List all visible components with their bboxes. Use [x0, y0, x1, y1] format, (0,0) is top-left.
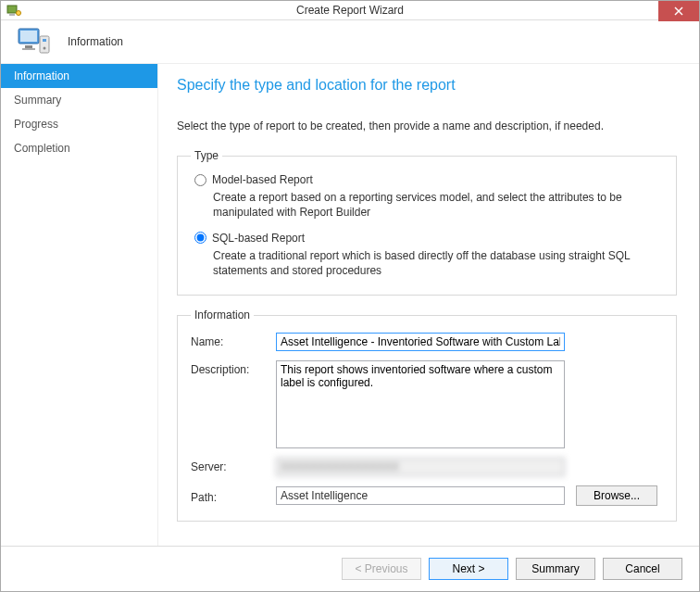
body: Information Summary Progress Completion …: [1, 63, 699, 546]
window-title: Create Report Wizard: [296, 4, 404, 17]
radio-sql-based[interactable]: SQL-based Report: [194, 232, 663, 245]
summary-button[interactable]: Summary: [516, 558, 595, 580]
radio-model-based-input[interactable]: [194, 174, 206, 186]
cancel-button[interactable]: Cancel: [603, 558, 682, 580]
header: Information: [1, 20, 699, 64]
app-icon: [6, 3, 21, 18]
next-button[interactable]: Next >: [429, 558, 508, 580]
sidebar-item-completion[interactable]: Completion: [1, 136, 157, 160]
header-title: Information: [68, 35, 123, 48]
previous-button: < Previous: [342, 558, 421, 580]
radio-sql-based-desc: Create a traditional report which is bas…: [213, 248, 663, 278]
sidebar-item-label: Progress: [14, 118, 58, 131]
svg-rect-1: [9, 14, 15, 16]
radio-sql-based-input[interactable]: [194, 232, 206, 244]
path-input: [276, 486, 565, 505]
close-button[interactable]: [658, 1, 699, 21]
sidebar-item-label: Information: [14, 69, 69, 82]
radio-sql-based-label: SQL-based Report: [212, 232, 305, 245]
server-label: Server:: [191, 458, 276, 473]
description-textarea[interactable]: This report shows inventoried software w…: [276, 360, 565, 448]
description-label: Description:: [191, 360, 276, 376]
content: Specify the type and location for the re…: [158, 64, 699, 546]
svg-rect-7: [25, 45, 32, 48]
svg-rect-9: [40, 36, 49, 53]
footer: < Previous Next > Summary Cancel: [1, 546, 699, 591]
server-input: [276, 458, 565, 476]
page-heading: Specify the type and location for the re…: [177, 77, 677, 94]
sidebar-item-label: Completion: [14, 142, 70, 155]
radio-model-based-label: Model-based Report: [212, 173, 313, 186]
titlebar: Create Report Wizard: [1, 1, 699, 20]
sidebar: Information Summary Progress Completion: [1, 64, 158, 546]
name-input[interactable]: [276, 333, 565, 351]
svg-rect-10: [43, 39, 46, 42]
information-fieldset: Information Name: Description: This repo…: [177, 309, 677, 522]
svg-rect-6: [20, 31, 37, 42]
svg-rect-8: [22, 48, 35, 50]
path-label: Path:: [191, 488, 276, 504]
radio-model-based[interactable]: Model-based Report: [194, 173, 663, 186]
computer-icon: [16, 23, 53, 60]
browse-button[interactable]: Browse...: [576, 485, 657, 506]
svg-point-11: [44, 46, 46, 49]
svg-rect-0: [7, 6, 17, 13]
page-instruction: Select the type of report to be created,…: [177, 120, 677, 132]
radio-model-based-desc: Create a report based on a reporting ser…: [213, 190, 663, 220]
sidebar-item-progress[interactable]: Progress: [1, 112, 157, 136]
wizard-window: Create Report Wizard Information: [0, 0, 700, 592]
information-legend: Information: [191, 309, 254, 321]
sidebar-item-label: Summary: [14, 94, 61, 107]
type-fieldset: Type Model-based Report Create a report …: [177, 149, 677, 296]
name-label: Name:: [191, 333, 276, 348]
type-legend: Type: [191, 149, 222, 162]
svg-point-2: [17, 10, 21, 15]
sidebar-item-summary[interactable]: Summary: [1, 88, 157, 112]
sidebar-item-information[interactable]: Information: [1, 64, 157, 88]
